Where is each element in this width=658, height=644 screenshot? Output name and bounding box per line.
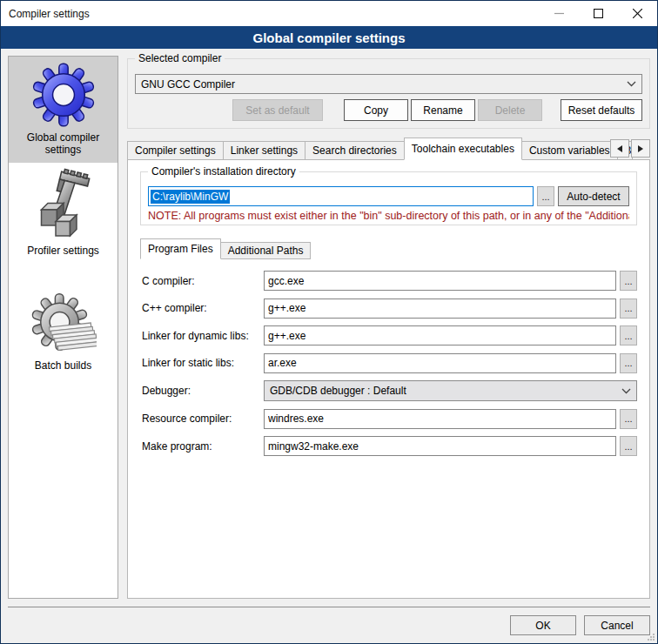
sidebar-item-label: Batch builds <box>35 359 91 372</box>
field-label: Debugger: <box>140 385 264 397</box>
sidebar-item-global-compiler-settings[interactable]: Global compiler settings <box>9 57 118 163</box>
field-label: Make program: <box>140 440 264 453</box>
c-compiler-browse-button[interactable]: ... <box>620 271 637 291</box>
resource-compiler-row: Resource compiler: ... <box>140 409 637 429</box>
bin-subdirectory-note: NOTE: All programs must exist either in … <box>148 210 629 222</box>
tab-scroll-left-button[interactable] <box>610 139 629 158</box>
reset-defaults-button[interactable]: Reset defaults <box>561 99 642 121</box>
field-label: C compiler: <box>140 275 264 287</box>
arrow-left-icon <box>617 145 622 152</box>
compiler-select[interactable]: GNU GCC Compiler <box>135 74 642 94</box>
cancel-button[interactable]: Cancel <box>584 615 650 635</box>
cpp-compiler-row: C++ compiler: ... <box>140 299 637 319</box>
debugger-row: Debugger: GDB/CDB debugger : Default <box>140 380 637 401</box>
auto-detect-button[interactable]: Auto-detect <box>558 186 629 206</box>
chevron-down-icon <box>627 81 636 87</box>
tab-custom-variables[interactable]: Custom variables <box>521 141 618 160</box>
arrow-right-icon <box>638 145 643 152</box>
sidebar-item-batch-builds[interactable]: Batch builds <box>9 288 118 379</box>
debugger-select-value: GDB/CDB debugger : Default <box>270 385 621 397</box>
make-program-row: Make program: ... <box>140 436 637 456</box>
subtab-additional-paths[interactable]: Additional Paths <box>220 242 312 259</box>
selected-compiler-group-label: Selected compiler <box>135 52 225 64</box>
tab-compiler-settings[interactable]: Compiler settings <box>127 141 224 160</box>
program-files-form: C compiler: ... C++ compiler: ... Linker… <box>140 271 637 464</box>
make-program-input[interactable] <box>264 436 616 456</box>
page-title: Global compiler settings <box>1 26 657 49</box>
field-label: Linker for static libs: <box>140 357 264 369</box>
tab-toolchain-executables[interactable]: Toolchain executables <box>404 138 522 160</box>
dynamic-linker-input[interactable] <box>264 325 616 345</box>
compiler-settings-dialog: Compiler settings Global compiler settin… <box>0 0 658 644</box>
installation-directory-group: Compiler's installation directory C:\ray… <box>140 171 637 225</box>
settings-sidebar: Global compiler settings <box>8 56 118 599</box>
c-compiler-input[interactable] <box>264 271 616 291</box>
delete-button[interactable]: Delete <box>478 99 542 121</box>
resource-compiler-browse-button[interactable]: ... <box>620 409 637 429</box>
set-as-default-button[interactable]: Set as default <box>232 99 323 121</box>
installation-directory-selected-text: C:\raylib\MinGW <box>151 190 230 204</box>
blue-gear-icon <box>31 62 96 128</box>
installation-directory-input[interactable]: C:\raylib\MinGW <box>148 186 534 206</box>
resize-grip[interactable] <box>647 633 655 641</box>
sidebar-item-label: Global compiler settings <box>10 131 116 156</box>
sidebar-item-label: Profiler settings <box>27 245 99 257</box>
minimize-icon <box>554 9 564 18</box>
title-bar[interactable]: Compiler settings <box>1 1 657 26</box>
program-files-tabstrip: Program Files Additional Paths <box>140 238 637 259</box>
toolchain-executables-panel: Compiler's installation directory C:\ray… <box>127 159 650 599</box>
caliper-icon <box>31 168 96 241</box>
dynamic-linker-browse-button[interactable]: ... <box>620 325 637 345</box>
cpp-compiler-input[interactable] <box>264 299 616 319</box>
resource-compiler-input[interactable] <box>264 409 616 429</box>
copy-button[interactable]: Copy <box>344 99 408 121</box>
gray-gear-stack-icon <box>30 293 97 356</box>
compiler-select-value: GNU GCC Compiler <box>141 78 627 91</box>
cpp-compiler-browse-button[interactable]: ... <box>620 299 637 319</box>
chevron-down-icon <box>621 388 631 394</box>
c-compiler-row: C compiler: ... <box>140 271 637 291</box>
rename-button[interactable]: Rename <box>411 99 475 121</box>
static-linker-browse-button[interactable]: ... <box>620 353 637 373</box>
installation-directory-group-label: Compiler's installation directory <box>148 165 299 178</box>
minimize-button[interactable] <box>540 1 579 26</box>
window-title: Compiler settings <box>1 8 540 20</box>
subtab-program-files[interactable]: Program Files <box>140 238 221 259</box>
tab-search-directories[interactable]: Search directories <box>305 141 405 160</box>
dynamic-linker-row: Linker for dynamic libs: ... <box>140 325 637 345</box>
close-button[interactable] <box>618 1 657 26</box>
dialog-footer: OK Cancel <box>1 607 657 643</box>
tab-linker-settings[interactable]: Linker settings <box>223 141 306 160</box>
selected-compiler-group: Selected compiler GNU GCC Compiler Set a… <box>127 58 650 129</box>
static-linker-input[interactable] <box>264 353 616 373</box>
field-label: Linker for dynamic libs: <box>140 330 264 342</box>
sidebar-item-profiler-settings[interactable]: Profiler settings <box>9 163 118 264</box>
debugger-select[interactable]: GDB/CDB debugger : Default <box>264 380 637 401</box>
field-label: C++ compiler: <box>140 302 264 314</box>
installation-directory-browse-button[interactable]: ... <box>537 186 554 206</box>
field-label: Resource compiler: <box>140 413 264 425</box>
maximize-button[interactable] <box>579 1 618 26</box>
close-icon <box>633 9 642 18</box>
ok-button[interactable]: OK <box>510 615 576 635</box>
tab-scroll-right-button[interactable] <box>631 139 650 158</box>
make-program-browse-button[interactable]: ... <box>620 436 637 456</box>
settings-tabstrip: Compiler settings Linker settings Search… <box>127 137 650 160</box>
maximize-icon <box>594 9 603 18</box>
static-linker-row: Linker for static libs: ... <box>140 353 637 373</box>
